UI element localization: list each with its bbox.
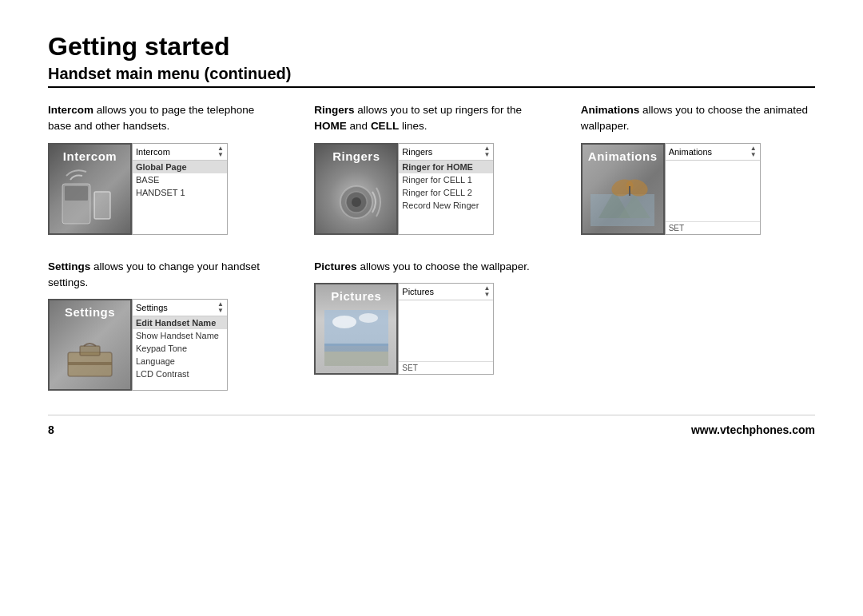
intercom-description: Intercom allows you to page the telephon… <box>48 102 280 135</box>
ringers-menu-header-text: Ringers <box>402 147 432 157</box>
settings-screen-icon <box>54 323 126 385</box>
settings-screen-label: Settings <box>50 305 130 319</box>
ringers-and: and <box>350 120 371 132</box>
intercom-group: Intercom allows you to page the telephon… <box>48 102 282 235</box>
intercom-menu-panel: Intercom ▲▼ Global Page BASE HANDSET 1 <box>132 143 228 235</box>
animations-group: Animations allows you to choose the anim… <box>581 102 815 235</box>
ringers-phone-screen: Ringers <box>314 143 398 235</box>
pictures-screen-icon <box>320 307 392 369</box>
settings-item-1: Edit Handset Name <box>133 316 227 329</box>
settings-phone-screen: Settings <box>48 299 132 391</box>
ringers-text: allows you to set up ringers for the <box>357 104 522 116</box>
intercom-bold: Intercom <box>48 104 93 116</box>
intercom-item-1: Global Page <box>133 161 227 173</box>
pictures-text: allows you to choose the wallpaper. <box>360 260 529 272</box>
svg-rect-14 <box>68 362 112 365</box>
settings-arrows: ▲▼ <box>217 301 224 314</box>
footer-page-number: 8 <box>48 423 54 436</box>
settings-item-5: LCD Contrast <box>133 368 227 380</box>
svg-point-17 <box>359 313 378 323</box>
settings-screens: Settings Settings ▲▼ <box>48 299 282 391</box>
settings-menu-header-text: Settings <box>136 303 168 312</box>
pictures-screen-label: Pictures <box>316 289 396 303</box>
ringers-screen-icon <box>320 167 392 229</box>
ringers-description: Ringers allows you to set up ringers for… <box>314 102 546 135</box>
empty-group <box>581 259 815 391</box>
intercom-screen-label: Intercom <box>50 149 130 163</box>
ringers-item-1: Ringer for HOME <box>399 161 493 173</box>
pictures-group: Pictures allows you to choose the wallpa… <box>314 259 548 391</box>
settings-menu-panel: Settings ▲▼ Edit Handset Name Show Hands… <box>132 299 228 391</box>
animations-screen-label: Animations <box>583 149 663 163</box>
settings-item-2: Show Handset Name <box>133 329 227 342</box>
pictures-phone-screen: Pictures <box>314 283 398 375</box>
svg-point-5 <box>352 197 361 207</box>
settings-menu-header: Settings ▲▼ <box>133 300 227 316</box>
ringers-menu-header: Ringers ▲▼ <box>399 144 493 161</box>
page-footer: 8 www.vtechphones.com <box>48 415 815 436</box>
ringers-lines: lines. <box>402 120 428 132</box>
pictures-menu-header-text: Pictures <box>402 287 434 296</box>
animations-menu-panel: Animations ▲▼ SET <box>665 143 761 235</box>
settings-item-4: Language <box>133 355 227 368</box>
animations-arrows: ▲▼ <box>750 145 757 158</box>
svg-rect-1 <box>65 186 88 201</box>
menu-row-2: Settings allows you to change your hands… <box>48 259 815 391</box>
intercom-menu-header: Intercom ▲▼ <box>133 144 227 161</box>
pictures-menu-footer: SET <box>399 361 493 374</box>
svg-rect-2 <box>94 192 110 219</box>
intercom-screen-icon <box>54 167 126 229</box>
pictures-menu-panel: Pictures ▲▼ SET <box>398 283 494 375</box>
footer-website-url: www.vtechphones.com <box>691 423 815 436</box>
pictures-menu-header: Pictures ▲▼ <box>399 284 493 300</box>
intercom-phone-screen: Intercom <box>48 143 132 235</box>
ringers-bold: Ringers <box>314 104 354 116</box>
animations-screen-icon <box>587 167 659 229</box>
intercom-arrows: ▲▼ <box>217 145 224 158</box>
animations-description: Animations allows you to choose the anim… <box>581 102 813 135</box>
ringers-screen-label: Ringers <box>316 149 396 163</box>
animations-menu-header: Animations ▲▼ <box>666 144 760 161</box>
home-bold: HOME <box>314 120 347 132</box>
menu-row-1: Intercom allows you to page the telephon… <box>48 102 815 235</box>
settings-item-3: Keypad Tone <box>133 342 227 355</box>
animations-bold: Animations <box>581 104 640 116</box>
pictures-bold: Pictures <box>314 260 356 272</box>
ringers-menu-panel: Ringers ▲▼ Ringer for HOME Ringer for CE… <box>398 143 494 235</box>
svg-rect-15 <box>324 310 388 346</box>
settings-bold: Settings <box>48 260 90 272</box>
ringers-screens: Ringers Ringers ▲▼ <box>314 143 548 235</box>
animations-menu-header-text: Animations <box>669 147 712 157</box>
ringers-group: Ringers allows you to set up ringers for… <box>314 102 548 235</box>
page-title: Getting started <box>48 32 815 62</box>
intercom-item-2: BASE <box>133 173 227 186</box>
intercom-menu-items: Global Page BASE HANDSET 1 <box>133 161 227 199</box>
intercom-screens: Intercom Intercom <box>48 143 282 235</box>
intercom-item-3: HANDSET 1 <box>133 186 227 199</box>
pictures-arrows: ▲▼ <box>483 285 490 298</box>
intercom-menu-header-text: Intercom <box>136 147 170 157</box>
svg-rect-13 <box>80 346 100 356</box>
ringers-item-3: Ringer for CELL 2 <box>399 186 493 199</box>
animations-phone-screen: Animations <box>581 143 665 235</box>
page-subtitle: Handset main menu (continued) <box>48 65 815 88</box>
ringers-arrows: ▲▼ <box>483 145 490 158</box>
ringers-menu-items: Ringer for HOME Ringer for CELL 1 Ringer… <box>399 161 493 212</box>
settings-description: Settings allows you to change your hands… <box>48 259 280 292</box>
pictures-description: Pictures allows you to choose the wallpa… <box>314 259 546 275</box>
svg-point-16 <box>332 316 356 328</box>
pictures-screens: Pictures P <box>314 283 548 375</box>
cell-bold: CELL <box>371 120 399 132</box>
ringers-item-2: Ringer for CELL 1 <box>399 173 493 186</box>
settings-group: Settings allows you to change your hands… <box>48 259 282 391</box>
animations-menu-footer: SET <box>666 221 760 234</box>
animations-screens: Animations <box>581 143 815 235</box>
svg-rect-19 <box>324 352 388 366</box>
ringers-item-4: Record New Ringer <box>399 199 493 212</box>
settings-menu-items: Edit Handset Name Show Handset Name Keyp… <box>133 316 227 380</box>
